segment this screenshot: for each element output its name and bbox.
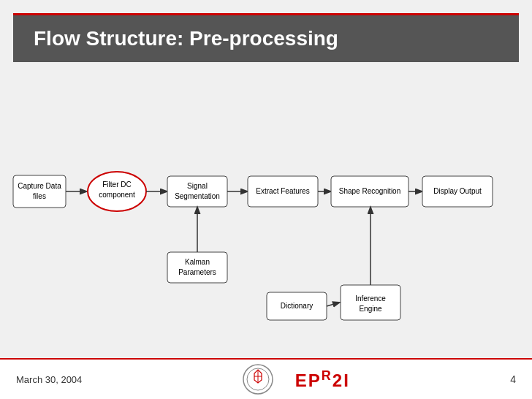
epri-logo: EPR2I bbox=[295, 368, 350, 391]
footer-page: 4 bbox=[510, 373, 516, 385]
svg-text:Parameters: Parameters bbox=[178, 268, 216, 276]
svg-text:Dictionary: Dictionary bbox=[281, 302, 313, 310]
svg-text:Display Output: Display Output bbox=[433, 187, 482, 195]
footer-date: March 30, 2004 bbox=[16, 374, 82, 385]
svg-text:component: component bbox=[99, 191, 135, 199]
footer-seal: EPR2I bbox=[243, 364, 350, 395]
svg-text:files: files bbox=[33, 192, 46, 200]
svg-rect-8 bbox=[167, 176, 227, 207]
slide-title: Flow Structure: Pre-processing bbox=[34, 27, 338, 50]
svg-text:Kalman: Kalman bbox=[185, 258, 210, 266]
svg-text:Engine: Engine bbox=[359, 305, 382, 313]
svg-text:Capture Data: Capture Data bbox=[18, 182, 61, 190]
diagram-svg: Capture Data files Filter DC component S… bbox=[0, 77, 532, 354]
svg-line-30 bbox=[327, 303, 339, 306]
svg-text:Inference: Inference bbox=[355, 294, 386, 303]
svg-rect-26 bbox=[341, 285, 400, 320]
svg-text:Extract Features: Extract Features bbox=[256, 187, 309, 195]
svg-rect-20 bbox=[167, 252, 227, 283]
svg-text:Shape Recognition: Shape Recognition bbox=[339, 187, 401, 195]
svg-text:Filter DC: Filter DC bbox=[102, 180, 131, 189]
svg-text:Segmentation: Segmentation bbox=[175, 192, 220, 200]
svg-rect-0 bbox=[13, 175, 66, 208]
svg-text:Signal: Signal bbox=[187, 182, 208, 190]
